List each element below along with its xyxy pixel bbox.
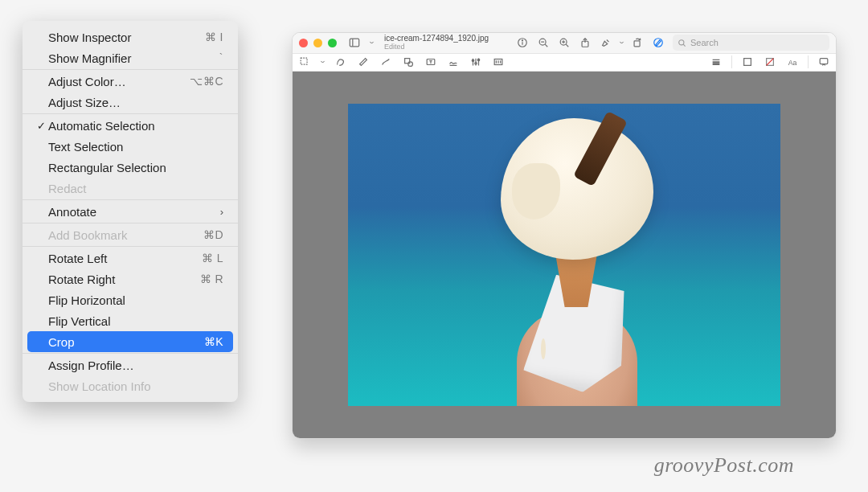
menu-item-show-magnifier[interactable]: Show Magnifier` bbox=[27, 47, 233, 68]
menu-item-label: Show Inspector bbox=[48, 31, 205, 44]
shortcut-label: ⌥⌘C bbox=[190, 75, 223, 88]
image-description-button[interactable] bbox=[817, 55, 831, 69]
zoom-in-button[interactable] bbox=[556, 35, 572, 51]
adjust-size-button[interactable] bbox=[491, 55, 506, 69]
menu-item-adjust-color[interactable]: Adjust Color…⌥⌘C bbox=[27, 71, 233, 92]
tools-menu: Show Inspector⌘ IShow Magnifier`Adjust C… bbox=[23, 21, 238, 402]
shortcut-label: ⌘ R bbox=[200, 273, 224, 285]
chevron-right-icon: › bbox=[220, 206, 223, 218]
menu-item-label: Show Magnifier bbox=[48, 51, 219, 65]
shortcut-label: ⌘K bbox=[204, 335, 223, 348]
menu-item-assign-profile[interactable]: Assign Profile… bbox=[27, 355, 233, 375]
checkmark-icon: ✓ bbox=[34, 120, 48, 132]
menu-item-label: Flip Vertical bbox=[48, 314, 223, 328]
svg-point-19 bbox=[408, 62, 413, 67]
selection-tool-menu[interactable] bbox=[320, 55, 326, 69]
menu-item-text-selection[interactable]: Text Selection bbox=[27, 136, 233, 157]
adjust-color-button[interactable] bbox=[469, 55, 483, 69]
selection-tool-button[interactable] bbox=[297, 55, 312, 69]
svg-rect-0 bbox=[350, 39, 358, 47]
shapes-button[interactable] bbox=[401, 55, 416, 69]
menu-item-automatic-selection[interactable]: ✓Automatic Selection bbox=[27, 115, 233, 136]
window-zoom-button[interactable] bbox=[328, 39, 337, 47]
search-placeholder: Search bbox=[690, 38, 719, 47]
document-title[interactable]: ice-cream-1274894_1920.jpg Edited bbox=[381, 35, 489, 51]
menu-item-label: Show Location Info bbox=[48, 379, 223, 393]
menu-item-label: Adjust Color… bbox=[48, 75, 190, 88]
border-color-button[interactable] bbox=[740, 55, 755, 69]
svg-line-6 bbox=[545, 45, 547, 47]
window-close-button[interactable] bbox=[299, 39, 308, 47]
share-button[interactable] bbox=[577, 35, 593, 51]
menu-item-crop[interactable]: Crop⌘K bbox=[27, 331, 233, 352]
menu-item-label: Crop bbox=[48, 335, 204, 349]
menu-item-flip-horizontal[interactable]: Flip Horizontal bbox=[27, 289, 233, 310]
menu-item-label: Assign Profile… bbox=[48, 359, 223, 372]
menu-item-rectangular-selection[interactable]: Rectangular Selection bbox=[27, 157, 233, 178]
zoom-out-button[interactable] bbox=[535, 35, 551, 51]
watermark: groovyPost.com bbox=[654, 453, 794, 478]
fill-color-button[interactable] bbox=[763, 55, 777, 69]
sketch-button[interactable] bbox=[356, 55, 371, 69]
toolbar-separator bbox=[808, 55, 809, 68]
instant-alpha-button[interactable] bbox=[334, 55, 348, 69]
menu-item-label: Adjust Size… bbox=[48, 96, 223, 109]
svg-line-16 bbox=[683, 44, 685, 46]
toolbar-separator bbox=[731, 55, 732, 68]
text-tool-button[interactable] bbox=[424, 55, 438, 69]
svg-point-14 bbox=[654, 39, 663, 47]
menu-item-adjust-size[interactable]: Adjust Size… bbox=[27, 92, 233, 113]
sidebar-toggle-button[interactable] bbox=[346, 35, 362, 51]
svg-line-9 bbox=[566, 45, 568, 47]
svg-point-15 bbox=[679, 40, 684, 45]
markup-toolbar: Aa bbox=[293, 54, 836, 72]
view-mode-menu[interactable] bbox=[369, 35, 375, 51]
preview-window: ice-cream-1274894_1920.jpg Edited Search bbox=[292, 32, 837, 439]
menu-item-label: Text Selection bbox=[48, 140, 223, 154]
menu-item-annotate[interactable]: Annotate› bbox=[27, 201, 233, 222]
menu-item-label: Automatic Selection bbox=[48, 119, 223, 133]
toolbar-right bbox=[514, 35, 666, 51]
draw-button[interactable] bbox=[379, 55, 393, 69]
menu-item-redact: Redact bbox=[27, 178, 233, 199]
highlight-menu[interactable] bbox=[619, 35, 624, 51]
search-field[interactable]: Search bbox=[673, 35, 829, 51]
markup-button[interactable] bbox=[650, 35, 666, 51]
rotate-button[interactable] bbox=[629, 35, 645, 51]
menu-item-show-location-info: Show Location Info bbox=[27, 375, 233, 396]
menu-item-rotate-right[interactable]: Rotate Right⌘ R bbox=[27, 269, 233, 289]
window-minimize-button[interactable] bbox=[313, 39, 322, 47]
menu-item-label: Rotate Right bbox=[48, 273, 200, 286]
shortcut-label: ⌘ L bbox=[202, 252, 223, 264]
text-style-button[interactable]: Aa bbox=[785, 55, 800, 69]
menu-item-show-inspector[interactable]: Show Inspector⌘ I bbox=[27, 27, 233, 47]
svg-rect-17 bbox=[301, 59, 307, 65]
menu-item-rotate-left[interactable]: Rotate Left⌘ L bbox=[27, 248, 233, 269]
image-content[interactable] bbox=[348, 104, 780, 406]
menu-item-add-bookmark: Add Bookmark⌘D bbox=[27, 224, 233, 245]
menu-item-label: Flip Horizontal bbox=[48, 293, 223, 307]
svg-rect-36 bbox=[820, 59, 828, 64]
menu-item-label: Rotate Left bbox=[48, 252, 202, 265]
canvas-area[interactable] bbox=[293, 72, 836, 438]
svg-rect-32 bbox=[744, 59, 751, 66]
shortcut-label: ⌘ I bbox=[205, 31, 223, 43]
menu-item-label: Redact bbox=[48, 182, 223, 195]
search-icon bbox=[678, 39, 686, 47]
traffic-lights bbox=[299, 39, 340, 47]
menu-item-label: Rectangular Selection bbox=[48, 161, 223, 174]
svg-point-4 bbox=[522, 40, 522, 41]
svg-text:Aa: Aa bbox=[788, 59, 797, 67]
menu-item-flip-vertical[interactable]: Flip Vertical bbox=[27, 310, 233, 331]
line-style-button[interactable] bbox=[709, 55, 723, 69]
info-button[interactable] bbox=[514, 35, 530, 51]
shortcut-label: ` bbox=[219, 51, 223, 64]
shortcut-label: ⌘D bbox=[203, 228, 223, 241]
highlight-button[interactable] bbox=[598, 35, 614, 51]
title-bar: ice-cream-1274894_1920.jpg Edited Search bbox=[293, 33, 836, 54]
edited-status-label: Edited bbox=[384, 43, 489, 51]
sign-button[interactable] bbox=[446, 55, 461, 69]
menu-item-label: Add Bookmark bbox=[48, 228, 203, 242]
svg-rect-13 bbox=[634, 41, 640, 47]
menu-item-label: Annotate bbox=[48, 205, 220, 219]
